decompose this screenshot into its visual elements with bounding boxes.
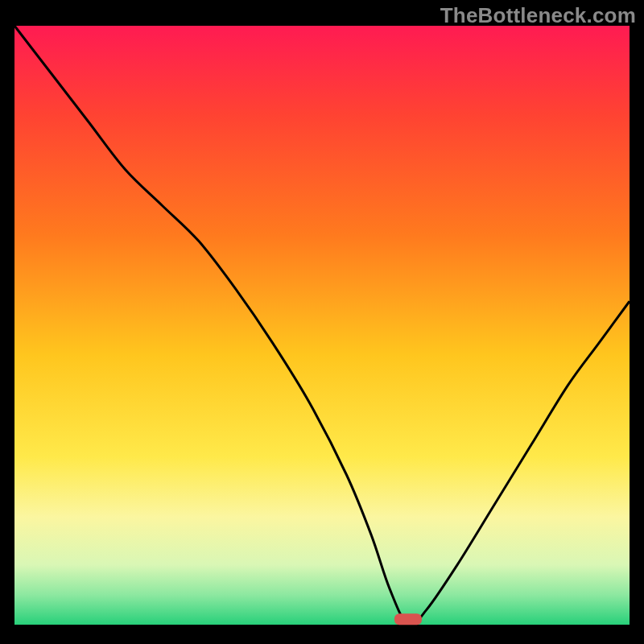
optimal-marker [394,613,422,625]
plot-background [14,26,630,625]
watermark-text: TheBottleneck.com [440,3,636,28]
chart-container: TheBottleneck.com [0,0,644,644]
bottleneck-chart [0,0,644,644]
